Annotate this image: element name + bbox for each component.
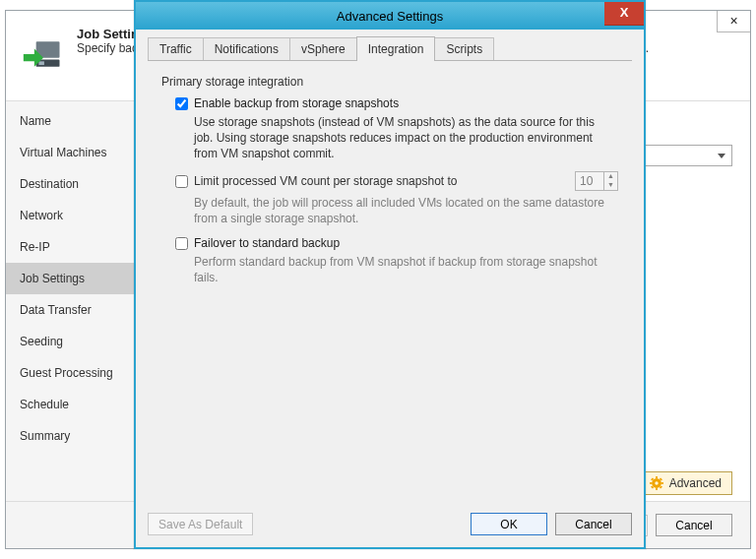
- tab-integration[interactable]: Integration: [356, 36, 436, 61]
- nav-item-schedule[interactable]: Schedule: [6, 389, 153, 420]
- ok-button[interactable]: OK: [471, 513, 547, 535]
- tab-scripts[interactable]: Scripts: [434, 37, 494, 60]
- spinner-up-icon[interactable]: ▲: [604, 172, 617, 181]
- dialog-title: Advanced Settings: [337, 9, 443, 24]
- failover-desc: Perform standard backup from VM snapshot…: [161, 254, 618, 285]
- nav-item-network[interactable]: Network: [6, 200, 153, 231]
- tab-vsphere[interactable]: vSphere: [289, 37, 357, 60]
- svg-rect-7: [656, 487, 658, 490]
- save-as-default-button[interactable]: Save As Default: [148, 513, 253, 535]
- tab-notifications[interactable]: Notifications: [203, 37, 290, 60]
- nav-item-destination[interactable]: Destination: [6, 168, 153, 200]
- failover-checkbox[interactable]: [175, 237, 188, 250]
- nav-item-name[interactable]: Name: [6, 105, 153, 137]
- nav-item-re-ip[interactable]: Re-IP: [6, 231, 153, 263]
- group-primary-storage: Primary storage integration: [161, 75, 618, 89]
- advanced-settings-dialog: Advanced Settings X Traffic Notification…: [134, 0, 646, 549]
- limit-vm-value: 10: [575, 171, 604, 191]
- tab-strip: Traffic Notifications vSphere Integratio…: [148, 37, 632, 61]
- advanced-button[interactable]: Advanced: [643, 471, 732, 495]
- wizard-cancel-button[interactable]: Cancel: [656, 514, 732, 536]
- dialog-body: Traffic Notifications vSphere Integratio…: [136, 30, 644, 547]
- nav-item-virtual-machines[interactable]: Virtual Machines: [6, 137, 153, 168]
- limit-vm-checkbox[interactable]: [175, 175, 188, 188]
- failover-label: Failover to standard backup: [194, 236, 340, 250]
- integration-tabpage: Primary storage integration Enable backu…: [148, 61, 632, 285]
- nav-item-seeding[interactable]: Seeding: [6, 326, 153, 357]
- enable-backup-label: Enable backup from storage snapshots: [194, 96, 399, 110]
- limit-vm-option: Limit processed VM count per storage sna…: [161, 171, 618, 191]
- nav-item-guest-processing[interactable]: Guest Processing: [6, 357, 153, 389]
- dialog-titlebar[interactable]: Advanced Settings X: [136, 2, 644, 30]
- enable-backup-option: Enable backup from storage snapshots: [161, 96, 618, 110]
- enable-backup-checkbox[interactable]: [175, 97, 188, 110]
- dialog-close-button[interactable]: X: [604, 2, 644, 26]
- svg-rect-6: [656, 476, 658, 479]
- nav-item-job-settings[interactable]: Job Settings: [6, 263, 153, 294]
- spinner-arrows[interactable]: ▲ ▼: [604, 171, 618, 191]
- enable-backup-desc: Use storage snapshots (instead of VM sna…: [161, 114, 618, 161]
- limit-vm-spinner[interactable]: 10 ▲ ▼: [575, 171, 618, 191]
- failover-option: Failover to standard backup: [161, 236, 618, 250]
- spinner-down-icon[interactable]: ▼: [604, 181, 617, 190]
- tab-traffic[interactable]: Traffic: [148, 37, 204, 60]
- advanced-button-label: Advanced: [669, 476, 722, 490]
- wizard-nav: Name Virtual Machines Destination Networ…: [6, 101, 154, 501]
- svg-rect-8: [650, 482, 653, 484]
- job-icon: [22, 32, 65, 76]
- wizard-close-button[interactable]: ×: [717, 11, 750, 32]
- gear-icon: [650, 476, 663, 490]
- dialog-footer: Save As Default OK Cancel: [148, 513, 632, 535]
- cancel-button[interactable]: Cancel: [555, 513, 632, 535]
- svg-point-5: [655, 481, 659, 485]
- svg-rect-9: [661, 482, 663, 484]
- limit-vm-desc: By default, the job will process all inc…: [161, 195, 618, 226]
- limit-vm-label: Limit processed VM count per storage sna…: [194, 174, 567, 188]
- nav-item-summary[interactable]: Summary: [6, 420, 153, 452]
- nav-item-data-transfer[interactable]: Data Transfer: [6, 294, 153, 326]
- svg-rect-2: [38, 61, 44, 65]
